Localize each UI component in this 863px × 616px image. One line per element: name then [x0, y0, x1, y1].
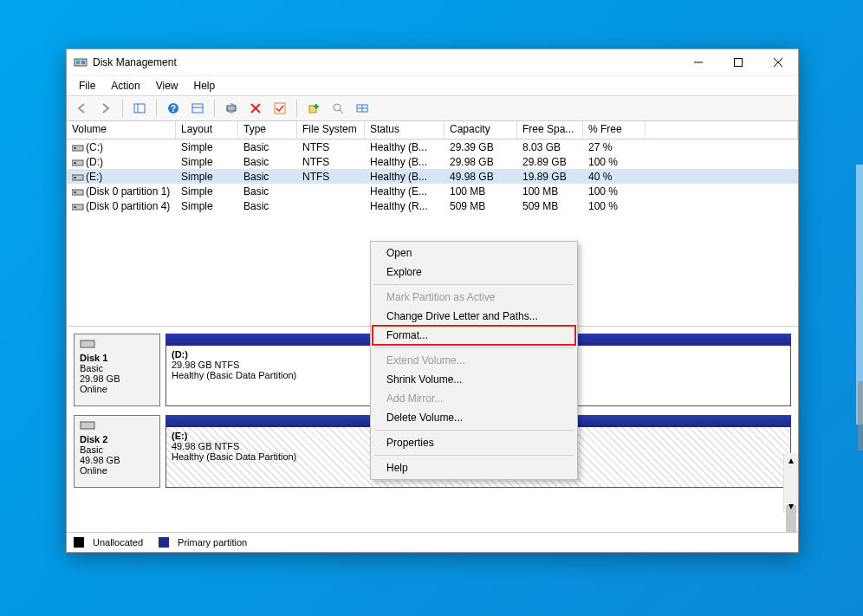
col-layout[interactable]: Layout [176, 121, 238, 139]
cell-type: Basic [238, 141, 297, 153]
col-type[interactable]: Type [238, 121, 297, 139]
svg-rect-25 [72, 160, 83, 165]
disk2-title: Disk 2 [80, 434, 107, 444]
window-title: Disk Management [93, 56, 177, 68]
menu-item-format[interactable]: Format... [373, 326, 575, 345]
menu-separator [374, 347, 574, 348]
volume-row[interactable]: (C:)SimpleBasicNTFSHealthy (B...29.39 GB… [67, 139, 798, 154]
refresh-button[interactable] [220, 97, 243, 120]
col-fs[interactable]: File System [297, 121, 365, 139]
drive-icon [72, 158, 84, 166]
cell-status: Healthy (B... [365, 171, 444, 183]
drive-icon [72, 202, 84, 211]
maximize-button[interactable] [718, 49, 758, 75]
svg-rect-32 [74, 206, 76, 208]
col-status[interactable]: Status [365, 121, 444, 139]
disk1-vol-label: (D:) [172, 349, 188, 360]
menu-separator [374, 430, 574, 431]
svg-rect-11 [192, 104, 203, 113]
col-pct[interactable]: % Free [583, 121, 646, 139]
scroll-down-icon[interactable]: ▾ [784, 499, 798, 513]
menu-item-add-mirror: Add Mirror... [373, 389, 575, 408]
details-view-button[interactable] [351, 97, 373, 120]
svg-text:?: ? [171, 104, 176, 113]
menu-separator [374, 455, 574, 456]
cell-pct: 40 % [583, 171, 646, 183]
back-button[interactable] [70, 97, 93, 120]
close-button[interactable] [758, 49, 798, 75]
toolbar-separator [296, 100, 297, 117]
disk2-size: 49.98 GB [80, 455, 120, 465]
menu-file[interactable]: File [72, 78, 102, 94]
minimize-button[interactable] [678, 49, 718, 75]
app-icon [74, 55, 88, 69]
cell-status: Healthy (E... [365, 185, 444, 198]
svg-rect-23 [72, 146, 83, 151]
cell-layout: Simple [176, 171, 238, 183]
col-volume[interactable]: Volume [67, 121, 176, 139]
check-button[interactable] [269, 97, 291, 120]
cell-free: 8.03 GB [517, 141, 583, 153]
volume-row[interactable]: (Disk 0 partition 4)SimpleBasicHealthy (… [67, 198, 798, 213]
col-free[interactable]: Free Spa... [517, 121, 583, 139]
new-button[interactable] [302, 97, 325, 120]
cell-capacity: 29.98 GB [444, 156, 517, 168]
svg-line-6 [774, 58, 782, 67]
cell-fs: NTFS [297, 171, 365, 183]
svg-rect-4 [735, 59, 743, 67]
help-button[interactable]: ? [162, 97, 185, 120]
scroll-up-icon[interactable]: ▴ [784, 453, 798, 467]
menu-item-open[interactable]: Open [373, 243, 575, 263]
cell-pct: 100 % [583, 156, 646, 168]
menu-item-change-drive-letter-and-paths[interactable]: Change Drive Letter and Paths... [373, 307, 575, 326]
column-headers: Volume Layout Type File System Status Ca… [67, 121, 798, 139]
cell-volume: (Disk 0 partition 4) [67, 200, 176, 212]
delete-button[interactable] [244, 97, 267, 120]
cell-type: Basic [238, 171, 297, 183]
show-hide-console-button[interactable] [128, 97, 151, 120]
volume-row[interactable]: (D:)SimpleBasicNTFSHealthy (B...29.98 GB… [67, 154, 798, 169]
menu-item-delete-volume[interactable]: Delete Volume... [373, 408, 575, 427]
cell-volume: (Disk 0 partition 1) [67, 185, 176, 198]
svg-line-19 [340, 110, 343, 113]
volume-row[interactable]: (E:)SimpleBasicNTFSHealthy (B...49.98 GB… [67, 169, 798, 184]
cell-volume: (C:) [67, 141, 176, 153]
forward-button[interactable] [94, 97, 117, 120]
disk2-type: Basic [80, 444, 103, 455]
col-spacer [646, 121, 798, 139]
col-cap[interactable]: Capacity [444, 121, 517, 139]
menu-item-properties[interactable]: Properties [373, 433, 575, 452]
menu-action[interactable]: Action [104, 78, 146, 94]
toolbar-separator [156, 100, 157, 117]
legend: Unallocated Primary partition [67, 532, 798, 552]
cell-pct: 100 % [583, 200, 646, 212]
drive-icon [72, 143, 84, 152]
svg-rect-7 [134, 104, 145, 113]
svg-point-18 [334, 104, 341, 111]
cell-free: 19.89 GB [517, 171, 583, 183]
svg-rect-2 [81, 61, 85, 64]
menu-item-shrink-volume[interactable]: Shrink Volume... [373, 370, 575, 389]
cell-free: 100 MB [517, 185, 583, 198]
menu-help[interactable]: Help [187, 78, 223, 94]
menu-view[interactable]: View [149, 78, 185, 94]
cell-volume: (D:) [67, 156, 176, 168]
svg-rect-33 [81, 340, 94, 347]
cell-fs: NTFS [297, 141, 365, 153]
volume-row[interactable]: (Disk 0 partition 1)SimpleBasicHealthy (… [67, 184, 798, 198]
search-button[interactable] [327, 97, 349, 120]
menu-item-help[interactable]: Help [373, 458, 575, 477]
menu-item-explore[interactable]: Explore [373, 263, 575, 282]
vertical-scrollbar[interactable]: ▴ ▾ [783, 453, 798, 513]
drive-icon [72, 172, 84, 181]
cell-fs: NTFS [297, 156, 365, 168]
volume-rows: (C:)SimpleBasicNTFSHealthy (B...29.39 GB… [67, 139, 798, 213]
cell-layout: Simple [176, 141, 238, 153]
menu-separator [374, 284, 574, 285]
cell-free: 509 MB [517, 200, 583, 212]
tree-view-button[interactable] [186, 97, 209, 120]
primary-swatch [159, 537, 169, 548]
disk1-type: Basic [80, 363, 103, 373]
svg-rect-27 [72, 175, 83, 180]
cell-capacity: 29.39 GB [444, 141, 517, 153]
